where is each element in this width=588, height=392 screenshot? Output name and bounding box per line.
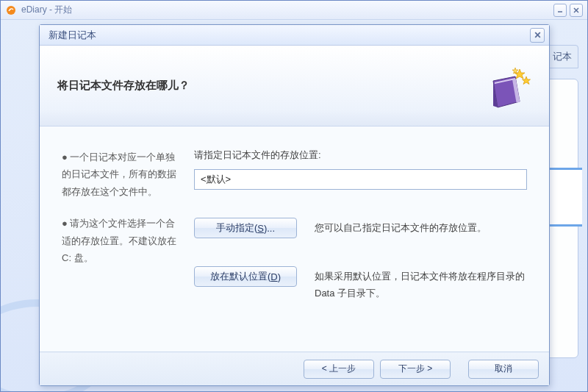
app-title: eDiary - 开始 (21, 4, 72, 16)
dialog-footer: < 上一步 下一步 > 取消 (40, 352, 549, 385)
info-sidebar: ● 一个日记本对应一个单独的日记本文件，所有的数据都存放在这个文件中。 ● 请为… (40, 149, 187, 352)
info-paragraph-2: ● 请为这个文件选择一个合适的存放位置。不建议放在 C: 盘。 (62, 215, 176, 266)
close-button[interactable] (570, 4, 583, 17)
minimize-button[interactable] (553, 4, 567, 17)
dialog-title: 新建日记本 (49, 29, 96, 42)
app-icon (5, 4, 17, 16)
svg-point-0 (7, 6, 15, 15)
default-location-desc: 如果采用默认位置，日记本文件将放在程序目录的 Data 子目录下。 (315, 266, 527, 302)
form-area: 请指定日记本文件的存放位置: 手动指定(S)... 您可以自己指定日记本文件的存… (187, 149, 549, 352)
header-question: 将日记本文件存放在哪儿？ (57, 79, 190, 93)
location-input[interactable] (194, 169, 527, 190)
info-paragraph-1: ● 一个日记本对应一个单独的日记本文件，所有的数据都存放在这个文件中。 (62, 149, 176, 200)
manual-specify-desc: 您可以自己指定日记本文件的存放位置。 (315, 218, 487, 236)
diary-book-icon (487, 68, 531, 112)
svg-marker-8 (523, 76, 531, 85)
location-label: 请指定日记本文件的存放位置: (194, 149, 527, 162)
new-diary-dialog: 新建日记本 将日记本文件存放在哪儿？ (39, 24, 550, 386)
default-location-button[interactable]: 放在默认位置(D) (194, 266, 297, 287)
cancel-button[interactable]: 取消 (468, 360, 539, 379)
dialog-content: ● 一个日记本对应一个单独的日记本文件，所有的数据都存放在这个文件中。 ● 请为… (40, 126, 549, 352)
manual-specify-button[interactable]: 手动指定(S)... (194, 218, 297, 238)
parent-titlebar[interactable]: eDiary - 开始 (1, 1, 587, 20)
next-button[interactable]: 下一步 > (380, 360, 451, 379)
back-button[interactable]: < 上一步 (304, 360, 374, 379)
dialog-header: 将日记本文件存放在哪儿？ (40, 46, 549, 126)
dialog-close-button[interactable] (530, 28, 545, 43)
dialog-titlebar[interactable]: 新建日记本 (40, 25, 549, 46)
